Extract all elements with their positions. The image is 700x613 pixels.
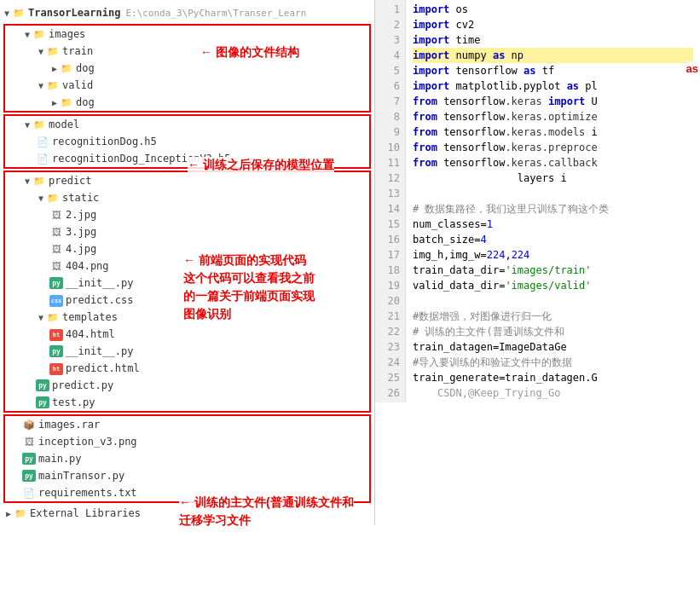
main-py-file[interactable]: py main.py [5, 450, 369, 467]
recognition-dog-h5[interactable]: 📄 recognitionDog.h5 [5, 133, 369, 150]
inception-png-icon: 🖼 [22, 437, 36, 448]
code-line-2: import cv2 [413, 17, 693, 32]
init2-py-label: __init__.py [66, 345, 133, 357]
code-line-26: CSDN,@Keep_Trying_Go [413, 385, 693, 401]
static-label: static [62, 192, 99, 204]
valid-folder[interactable]: ▼ 📁 valid [5, 77, 369, 94]
code-line-12: layers i [413, 171, 693, 186]
main-transor-py-label: mainTransor.py [38, 470, 124, 482]
html404-icon: ht [49, 328, 63, 341]
test-py-icon: py [36, 396, 49, 409]
code-line-17: img_h,img_w=224,224 [413, 247, 693, 263]
train-folder[interactable]: ▼ 📁 train [5, 43, 369, 60]
valid-folder-icon: 📁 [46, 80, 60, 91]
code-line-6: import matplotlib.pyplot as pl [413, 78, 693, 94]
main-transor-py-icon: py [22, 470, 36, 483]
images-folder-icon: 📁 [32, 29, 46, 40]
line-num-2: 2 [375, 17, 405, 32]
line-num-22: 22 [375, 324, 405, 339]
images-rar-file[interactable]: 📦 images.rar [5, 416, 369, 433]
code-lines[interactable]: import os import cv2 import time import … [406, 0, 700, 402]
main-py-icon: py [22, 453, 36, 466]
line-num-1: 1 [375, 2, 405, 17]
png404-label: 404.png [66, 260, 109, 272]
jpg2-icon: 🖼 [49, 210, 63, 221]
line-num-19: 19 [375, 278, 405, 293]
init-py-file[interactable]: py __init__.py [5, 275, 369, 292]
css-icon: css [49, 294, 63, 307]
project-root[interactable]: ▼ 📁 TransorLearning E:\conda_3\PyCharm\T… [0, 3, 374, 22]
requirements-icon: 📄 [22, 488, 36, 499]
code-content: 1 2 3 4 5 6 7 8 9 10 11 12 13 14 15 16 1… [375, 0, 700, 402]
valid-dog-folder[interactable]: ▶ 📁 dog [5, 94, 369, 111]
images-folder[interactable]: ▼ 📁 images [5, 26, 369, 43]
images-label: images [49, 28, 85, 40]
train-dog-folder[interactable]: ▶ 📁 dog [5, 60, 369, 77]
line-num-21: 21 [375, 309, 405, 324]
test-py-file[interactable]: py test.py [5, 394, 369, 411]
ext-label: External Libraries [30, 507, 141, 519]
code-line-14: # 数据集路径，我们这里只训练了狗这个类 [413, 201, 693, 217]
jpg4-file[interactable]: 🖼 4.jpg [5, 240, 369, 257]
code-line-13 [413, 186, 693, 201]
code-line-7: from tensorflow.keras import U [413, 94, 693, 109]
code-line-5: import tensorflow as tf [413, 63, 693, 78]
line-num-24: 24 [375, 355, 405, 370]
predict-folder-icon: 📁 [32, 176, 46, 187]
png404-file[interactable]: 🖼 404.png [5, 257, 369, 275]
model-folder[interactable]: ▼ 📁 model [5, 116, 369, 133]
h5-icon1: 📄 [36, 136, 49, 147]
init2-py-icon: py [49, 345, 63, 358]
file-tree[interactable]: ▼ 📁 TransorLearning E:\conda_3\PyCharm\T… [0, 0, 375, 525]
predict-folder[interactable]: ▼ 📁 predict [5, 172, 369, 189]
init2-py-file[interactable]: py __init__.py [5, 343, 369, 360]
line-num-3: 3 [375, 32, 405, 48]
predict-arrow: ▼ [22, 176, 32, 186]
line-num-11: 11 [375, 155, 405, 171]
rar-icon: 📦 [22, 419, 36, 431]
code-line-9: from tensorflow.keras.models i [413, 124, 693, 140]
predict-html-file[interactable]: ht predict.html [5, 360, 369, 377]
predict-css-label: predict.css [66, 294, 133, 306]
init-py-label: __init__.py [66, 277, 133, 289]
model-label: model [49, 119, 79, 130]
code-line-8: from tensorflow.keras.optimize [413, 109, 693, 124]
templates-folder-icon: 📁 [46, 312, 60, 323]
external-libraries[interactable]: ▶ 📁 External Libraries [0, 505, 374, 522]
recognition-dog-inception-h5[interactable]: 📄 recognitionDog_InceptionV3.h5 [5, 150, 369, 167]
line-num-16: 16 [375, 232, 405, 247]
line-num-6: 6 [375, 78, 405, 94]
code-line-10: from tensorflow.keras.preproce [413, 140, 693, 155]
jpg2-file[interactable]: 🖼 2.jpg [5, 206, 369, 223]
model-section: ▼ 📁 model 📄 recognitionDog.h5 📄 recognit… [3, 114, 371, 169]
predict-section: ▼ 📁 predict ▼ 📁 static 🖼 2.jpg 🖼 3.jpg [3, 171, 371, 413]
requirements-txt-file[interactable]: 📄 requirements.txt [5, 484, 369, 501]
main-transor-py-file[interactable]: py mainTransor.py [5, 467, 369, 484]
line-num-17: 17 [375, 247, 405, 263]
line-num-5: 5 [375, 63, 405, 78]
code-line-1: import os [413, 2, 693, 17]
valid-label: valid [62, 79, 93, 91]
main-py-label: main.py [38, 453, 82, 465]
recognition-dog-inception-label: recognitionDog_InceptionV3.h5 [52, 153, 231, 165]
jpg3-icon: 🖼 [49, 227, 63, 238]
predict-py-file[interactable]: py predict.py [5, 377, 369, 394]
html404-label: 404.html [66, 328, 115, 340]
code-line-21: #数据增强，对图像进行归一化 [413, 309, 693, 324]
code-line-18: train_data_dir='images/train' [413, 263, 693, 278]
jpg3-label: 3.jpg [66, 226, 96, 238]
valid-dog-icon: 📁 [60, 97, 73, 108]
train-folder-icon: 📁 [46, 46, 60, 57]
templates-folder[interactable]: ▼ 📁 templates [5, 309, 369, 326]
static-folder[interactable]: ▼ 📁 static [5, 189, 369, 206]
line-num-25: 25 [375, 370, 405, 385]
predict-html-label: predict.html [66, 362, 140, 374]
html404-file[interactable]: ht 404.html [5, 326, 369, 343]
jpg3-file[interactable]: 🖼 3.jpg [5, 223, 369, 240]
ext-arrow: ▶ [3, 509, 14, 518]
static-folder-icon: 📁 [46, 193, 60, 204]
inception-png-file[interactable]: 🖼 inception_v3.png [5, 433, 369, 450]
requirements-label: requirements.txt [38, 487, 137, 499]
line-num-23: 23 [375, 339, 405, 355]
predict-css-file[interactable]: css predict.css [5, 292, 369, 309]
